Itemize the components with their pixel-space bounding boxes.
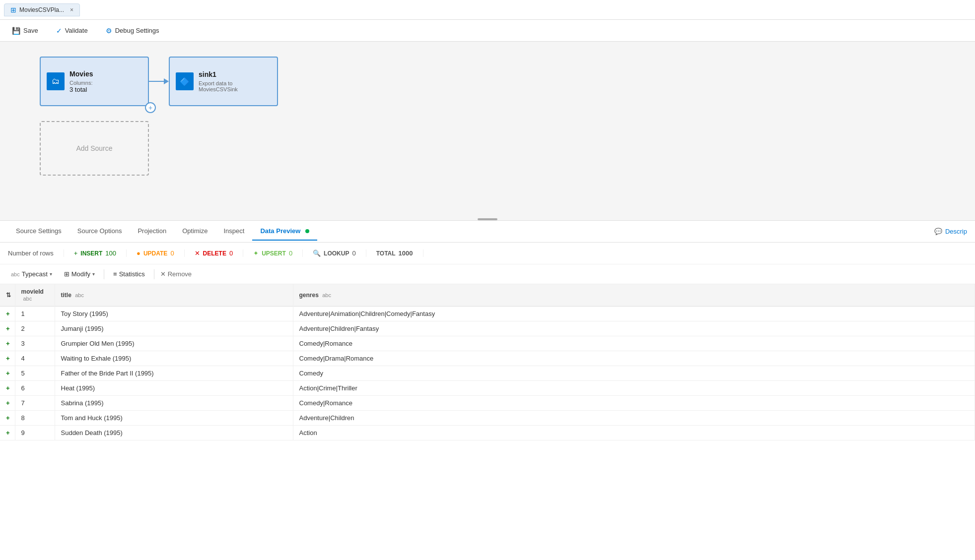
table-row: +2Jumanji (1995)Adventure|Children|Fanta… xyxy=(0,321,975,336)
row-add-button[interactable]: + xyxy=(0,381,15,396)
cell-movieid: 4 xyxy=(15,351,55,366)
cell-title: Grumpier Old Men (1995) xyxy=(55,336,293,351)
tab-item[interactable]: ⊞ MoviesCSVPla... × xyxy=(4,3,80,16)
table-row: +9Sudden Death (1995)Action xyxy=(0,426,975,440)
table-body: +1Toy Story (1995)Adventure|Animation|Ch… xyxy=(0,307,975,440)
save-label: Save xyxy=(23,27,38,34)
title-bar: ⊞ MoviesCSVPla... × xyxy=(0,0,975,20)
tab-inspect[interactable]: Inspect xyxy=(216,222,253,241)
th-movieid[interactable]: movieId abc xyxy=(15,284,55,307)
add-source-button[interactable]: Add Source xyxy=(40,121,149,176)
table-header-row: ⇅ movieId abc title abc genres abc xyxy=(0,284,975,307)
update-icon: ● xyxy=(137,249,140,257)
canvas-area: 🗂 Movies Columns: 3 total + 🔷 sink1 Expo… xyxy=(0,42,975,220)
typecast-chevron-icon: ▾ xyxy=(50,271,52,277)
remove-icon: ✕ xyxy=(160,270,166,278)
sink-node-title: sink1 xyxy=(199,70,271,78)
th-genres[interactable]: genres abc xyxy=(293,284,975,307)
sink-node[interactable]: 🔷 sink1 Export data to MoviesCSVSink xyxy=(169,57,278,106)
pipeline: 🗂 Movies Columns: 3 total + 🔷 sink1 Expo… xyxy=(40,57,278,106)
toolbar: 💾 Save ✓ Validate ⚙ Debug Settings xyxy=(0,20,975,42)
validate-button[interactable]: ✓ Validate xyxy=(52,25,92,37)
tabs-panel: Source Settings Source Options Projectio… xyxy=(0,220,975,560)
source-node[interactable]: 🗂 Movies Columns: 3 total + xyxy=(40,57,149,106)
pipeline-arrow xyxy=(149,78,169,84)
tab-close[interactable]: × xyxy=(70,6,73,13)
stat-lookup: 🔍 LOOKUP 0 xyxy=(303,249,366,257)
sort-icon[interactable]: ⇅ xyxy=(6,292,11,299)
cell-title: Waiting to Exhale (1995) xyxy=(55,351,293,366)
source-node-title: Movies xyxy=(70,70,142,78)
tab-source-settings[interactable]: Source Settings xyxy=(8,222,70,241)
insert-icon: + xyxy=(74,249,78,257)
chat-icon: 💬 xyxy=(934,228,942,235)
tab-data-preview[interactable]: Data Preview xyxy=(252,222,317,241)
save-button[interactable]: 💾 Save xyxy=(8,25,42,37)
modify-icon: ⊞ xyxy=(64,270,70,278)
cell-movieid: 7 xyxy=(15,396,55,411)
stats-bar: Number of rows + INSERT 100 ● UPDATE 0 ✕… xyxy=(0,243,975,264)
row-add-button[interactable]: + xyxy=(0,336,15,351)
stat-total: TOTAL 1000 xyxy=(366,249,423,257)
save-icon: 💾 xyxy=(12,27,20,35)
data-preview-dot xyxy=(305,229,309,233)
row-add-button[interactable]: + xyxy=(0,396,15,411)
table-row: +4Waiting to Exhale (1995)Comedy|Drama|R… xyxy=(0,351,975,366)
table-row: +3Grumpier Old Men (1995)Comedy|Romance xyxy=(0,336,975,351)
cell-genres: Comedy|Romance xyxy=(293,336,975,351)
table-row: +6Heat (1995)Action|Crime|Thriller xyxy=(0,381,975,396)
upsert-icon: ✦ xyxy=(253,249,259,257)
cell-genres: Comedy xyxy=(293,366,975,381)
preview-table: ⇅ movieId abc title abc genres abc +1Toy… xyxy=(0,284,975,440)
delete-icon: ✕ xyxy=(195,249,200,257)
th-title[interactable]: title abc xyxy=(55,284,293,307)
source-node-icon: 🗂 xyxy=(47,72,65,90)
cell-movieid: 5 xyxy=(15,366,55,381)
row-add-button[interactable]: + xyxy=(0,411,15,426)
source-node-sublabel: Columns: xyxy=(70,80,142,86)
data-table: ⇅ movieId abc title abc genres abc +1Toy… xyxy=(0,284,975,560)
add-node-button[interactable]: + xyxy=(145,102,156,113)
table-row: +1Toy Story (1995)Adventure|Animation|Ch… xyxy=(0,307,975,321)
tab-icon: ⊞ xyxy=(10,6,16,14)
typecast-icon: abc xyxy=(11,271,20,277)
cell-title: Jumanji (1995) xyxy=(55,321,293,336)
lookup-icon: 🔍 xyxy=(313,249,321,257)
source-node-columns: 3 total xyxy=(70,86,142,93)
cell-title: Sudden Death (1995) xyxy=(55,426,293,440)
table-row: +5Father of the Bride Part II (1995)Come… xyxy=(0,366,975,381)
cell-genres: Action xyxy=(293,426,975,440)
cell-genres: Comedy|Romance xyxy=(293,396,975,411)
row-add-button[interactable]: + xyxy=(0,366,15,381)
cell-movieid: 3 xyxy=(15,336,55,351)
tab-optimize[interactable]: Optimize xyxy=(174,222,215,241)
tab-projection[interactable]: Projection xyxy=(130,222,174,241)
cell-movieid: 6 xyxy=(15,381,55,396)
statistics-icon: ≡ xyxy=(113,270,117,278)
cell-genres: Adventure|Children xyxy=(293,411,975,426)
tab-label: MoviesCSVPla... xyxy=(19,6,64,13)
modify-button[interactable]: ⊞ Modify ▾ xyxy=(61,269,98,279)
stat-update: ● UPDATE 0 xyxy=(127,249,185,257)
remove-button[interactable]: ✕ Remove xyxy=(160,270,192,278)
cell-title: Tom and Huck (1995) xyxy=(55,411,293,426)
describe-button[interactable]: 💬 Descrip xyxy=(934,228,967,235)
statistics-button[interactable]: ≡ Statistics xyxy=(110,269,148,279)
tab-source-options[interactable]: Source Options xyxy=(70,222,130,241)
row-add-button[interactable]: + xyxy=(0,321,15,336)
table-row: +7Sabrina (1995)Comedy|Romance xyxy=(0,396,975,411)
row-add-button[interactable]: + xyxy=(0,351,15,366)
cell-movieid: 1 xyxy=(15,307,55,321)
validate-icon: ✓ xyxy=(56,27,62,35)
panel-drag-handle[interactable] xyxy=(478,218,497,220)
rows-label: Number of rows xyxy=(8,249,64,257)
cell-genres: Action|Crime|Thriller xyxy=(293,381,975,396)
debug-settings-button[interactable]: ⚙ Debug Settings xyxy=(102,25,163,37)
typecast-button[interactable]: abc Typecast ▾ xyxy=(8,269,55,279)
row-add-button[interactable]: + xyxy=(0,307,15,321)
stat-delete: ✕ DELETE 0 xyxy=(185,249,244,257)
tabs-bar: Source Settings Source Options Projectio… xyxy=(0,221,975,243)
cell-genres: Adventure|Animation|Children|Comedy|Fant… xyxy=(293,307,975,321)
row-add-button[interactable]: + xyxy=(0,426,15,440)
cell-title: Heat (1995) xyxy=(55,381,293,396)
